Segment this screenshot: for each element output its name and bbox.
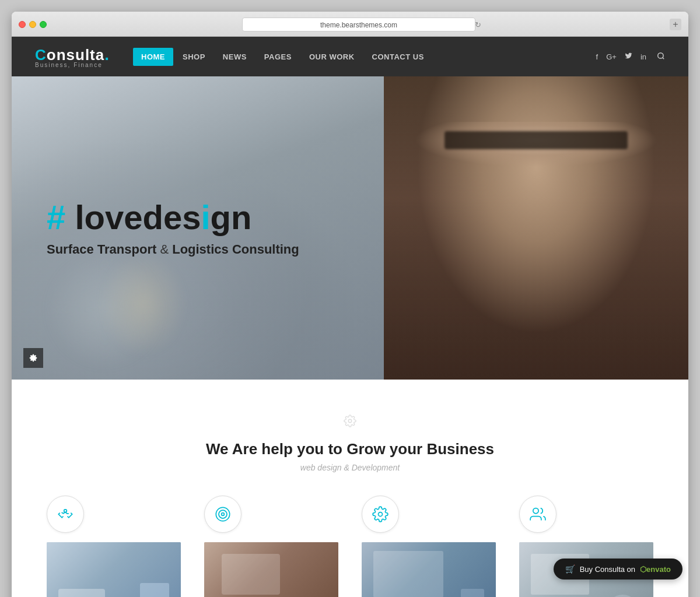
feature-icon-wrap-3	[362, 496, 399, 533]
feature-image-2: 2	[204, 542, 338, 597]
maximize-dot[interactable]	[40, 21, 47, 28]
nav-news[interactable]: NEWS	[215, 48, 255, 66]
hero-text-des: des	[142, 198, 201, 236]
logo-name-rest: onsulta	[47, 46, 104, 64]
facebook-icon[interactable]: f	[596, 52, 598, 61]
nav-pages[interactable]: PAGES	[256, 48, 300, 66]
nav-shop[interactable]: SHOP	[174, 48, 214, 66]
feature-card-1: 1 FINANCIAL PLANNING Temporibus autem qu…	[35, 496, 192, 597]
browser-dots	[19, 21, 47, 28]
linkedin-icon[interactable]: in	[640, 52, 646, 61]
hero-right-bg	[384, 76, 688, 380]
users-icon	[530, 506, 546, 522]
hero-content: # lovedesign Surface Transport & Logisti…	[47, 199, 299, 257]
nav-links: HOME SHOP NEWS PAGES OUR WORK CONTACT US	[133, 48, 590, 66]
logo[interactable]: Consulta. Business, Finance	[35, 45, 110, 68]
section-gear-icon	[35, 415, 665, 431]
buy-button[interactable]: 🛒 Buy Consulta on ⬡envato	[554, 559, 682, 580]
address-bar: theme.bearsthemes.com ↻	[54, 17, 664, 31]
feature-icon-wrap-4	[519, 496, 556, 533]
buy-label: Buy Consulta on	[580, 565, 635, 574]
svg-point-5	[379, 512, 383, 517]
man-glasses	[444, 131, 627, 149]
twitter-icon[interactable]	[625, 52, 632, 61]
nav-social: f G+ in	[596, 52, 665, 62]
feature-icon-wrap-2	[204, 496, 242, 533]
browser-chrome: theme.bearsthemes.com ↻ +	[12, 12, 688, 37]
url-input[interactable]: theme.bearsthemes.com	[242, 17, 475, 31]
googleplus-icon[interactable]: G+	[606, 52, 617, 61]
hero-section: # lovedesign Surface Transport & Logisti…	[12, 76, 688, 380]
svg-point-0	[658, 52, 663, 58]
website-content: Consulta. Business, Finance HOME SHOP NE…	[12, 37, 688, 597]
features-grid: 1 FINANCIAL PLANNING Temporibus autem qu…	[35, 496, 665, 597]
svg-point-3	[219, 510, 227, 518]
target-icon	[215, 506, 231, 522]
svg-point-4	[222, 513, 225, 516]
search-icon[interactable]	[657, 52, 665, 62]
svg-point-1	[64, 510, 67, 512]
logo-dot: .	[104, 45, 110, 64]
refresh-icon[interactable]: ↻	[475, 20, 481, 29]
navbar: Consulta. Business, Finance HOME SHOP NE…	[12, 37, 688, 76]
feature-image-1: 1	[47, 542, 181, 597]
cart-icon: 🛒	[565, 564, 575, 574]
svg-point-2	[216, 507, 229, 521]
add-tab-button[interactable]: +	[670, 19, 681, 30]
logo-c-letter: C	[35, 46, 47, 64]
hash-symbol: #	[47, 198, 65, 236]
logo-tagline: Business, Finance	[35, 62, 110, 68]
envato-label: ⬡envato	[640, 565, 671, 574]
svg-point-6	[533, 508, 538, 514]
bg-blur-person-2	[99, 251, 187, 356]
nav-contact[interactable]: CONTACT US	[364, 48, 432, 66]
section-subtitle: web design & Development	[35, 463, 665, 472]
feature-card-3: 3 INVESTMENT ADVISOR Temporibus autem qu…	[350, 496, 508, 597]
hero-text-gn: gn	[211, 198, 252, 236]
settings-button[interactable]	[23, 348, 43, 368]
close-dot[interactable]	[19, 21, 26, 28]
feature-card-2: 2 MORTGAGE ADVISOR Temporibus autem quib…	[192, 496, 350, 597]
ampersand: &	[160, 242, 169, 257]
handshake-icon	[57, 506, 74, 522]
section-title: We Are help you to Grow your Business	[35, 440, 665, 458]
hero-text-love: love	[75, 198, 142, 236]
hero-text-i: i	[201, 198, 210, 236]
nav-our-work[interactable]: OUR WORK	[301, 48, 363, 66]
gear-icon	[372, 506, 388, 522]
feature-card-4: 4 SAVINGS MONEY Temporibus autem quibusd…	[508, 496, 665, 597]
feature-image-3: 3	[362, 542, 496, 597]
hero-headline: # lovedesign	[47, 199, 299, 236]
hero-subtitle: Surface Transport & Logistics Consulting	[47, 242, 299, 257]
browser-window: theme.bearsthemes.com ↻ + Consulta. Busi…	[12, 12, 688, 597]
minimize-dot[interactable]	[29, 21, 36, 28]
feature-icon-wrap-1	[47, 496, 84, 533]
nav-home[interactable]: HOME	[133, 48, 173, 66]
